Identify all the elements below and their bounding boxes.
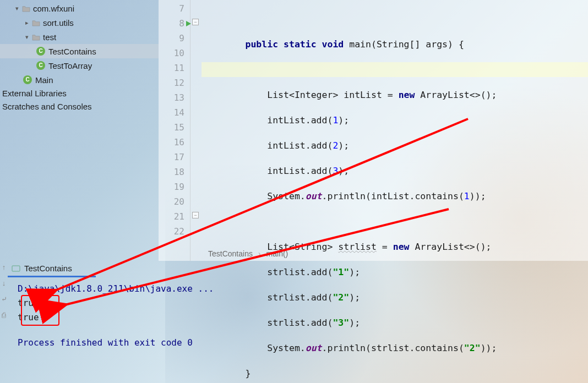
console-line: Process finished with exit code 0 bbox=[18, 336, 588, 350]
console-line: true bbox=[18, 310, 588, 325]
tree-item-selected[interactable]: TestContains bbox=[0, 44, 159, 58]
down-icon[interactable]: ↓ bbox=[2, 279, 6, 287]
tree-label: TestContains bbox=[48, 47, 96, 56]
breadcrumb-item[interactable]: main() bbox=[266, 249, 288, 258]
tree-label: Main bbox=[35, 75, 53, 85]
expand-arrow-icon[interactable]: ▸ bbox=[23, 19, 31, 26]
fold-icon[interactable]: − bbox=[192, 212, 199, 218]
tree-item[interactable]: ▾ test bbox=[0, 30, 159, 44]
tree-item[interactable]: ▾ com.wfxuni bbox=[0, 1, 159, 15]
folder-icon bbox=[31, 32, 41, 41]
tree-label: com.wfxuni bbox=[33, 4, 74, 13]
tree-label: TestToArray bbox=[48, 61, 92, 70]
console-spacer bbox=[18, 325, 588, 336]
tree-label: sort.utils bbox=[43, 18, 74, 28]
tree-item[interactable]: TestToArray bbox=[0, 58, 159, 73]
code-editor[interactable]: 78910 11121314 15161718 19202122 − − pub… bbox=[159, 0, 588, 261]
chevron-right-icon: › bbox=[258, 249, 261, 258]
expand-arrow-icon[interactable]: ▾ bbox=[23, 34, 31, 41]
console-output[interactable]: D:\java\jdk1.8.0_211\bin\java.exe ... tr… bbox=[8, 277, 588, 350]
terminal-icon bbox=[11, 265, 21, 272]
fold-icon[interactable]: − bbox=[192, 19, 199, 25]
wrap-icon[interactable]: ⤶ bbox=[1, 295, 7, 303]
tree-item-scratches[interactable]: Scratches and Consoles bbox=[0, 100, 159, 113]
tree-label: test bbox=[43, 32, 56, 42]
run-toolstrip[interactable]: ↑ ↓ ⤶ ⎙ bbox=[0, 263, 8, 319]
run-tab[interactable]: TestContains bbox=[8, 261, 96, 277]
project-tree[interactable]: ▾ com.wfxuni ▸ sort.utils ▾ test TestCon… bbox=[0, 0, 159, 261]
tree-item[interactable]: Main bbox=[0, 73, 159, 87]
line-gutter[interactable]: 78910 11121314 15161718 19202122 bbox=[159, 0, 190, 261]
run-panel: ↑ ↓ ⤶ ⎙ TestContains D:\java\jdk1.8.0_21… bbox=[8, 261, 588, 383]
tree-item-external[interactable]: External Libraries bbox=[0, 87, 159, 100]
fold-column[interactable]: − − bbox=[190, 0, 202, 261]
class-icon bbox=[23, 75, 32, 84]
folder-icon bbox=[31, 18, 41, 27]
folder-icon bbox=[21, 4, 31, 13]
class-icon bbox=[36, 47, 45, 56]
expand-arrow-icon[interactable]: ▾ bbox=[13, 5, 21, 12]
tree-item[interactable]: ▸ sort.utils bbox=[0, 15, 159, 30]
code-area[interactable]: public static void main(String[] args) {… bbox=[202, 0, 588, 261]
breadcrumb[interactable]: TestContains › main() bbox=[208, 247, 288, 261]
breadcrumb-item[interactable]: TestContains bbox=[208, 249, 253, 258]
svg-rect-0 bbox=[12, 266, 20, 271]
console-line: true bbox=[18, 296, 588, 310]
print-icon[interactable]: ⎙ bbox=[2, 311, 6, 319]
console-line: D:\java\jdk1.8.0_211\bin\java.exe ... bbox=[18, 282, 588, 296]
upper-pane: ▾ com.wfxuni ▸ sort.utils ▾ test TestCon… bbox=[0, 0, 588, 261]
class-icon bbox=[36, 61, 45, 70]
up-icon[interactable]: ↑ bbox=[2, 263, 6, 271]
run-tab-label: TestContains bbox=[24, 264, 72, 273]
